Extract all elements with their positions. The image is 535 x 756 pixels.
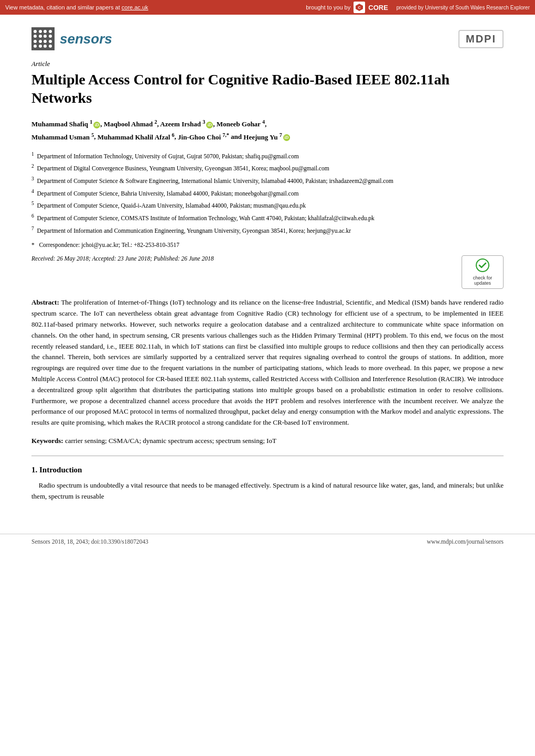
core-logo-icon: C (354, 2, 365, 13)
author-usman: Muhammad Usman 5 (31, 133, 94, 141)
section-1-heading: 1. Introduction (31, 466, 504, 474)
top-banner: View metadata, citation and similar pape… (0, 0, 535, 15)
abstract-label: Abstract: (31, 298, 59, 306)
affil-6: 6 Department of Computer Science, COMSAT… (31, 212, 504, 223)
affil-5: 5 Department of Computer Science, Quaid-… (31, 200, 504, 211)
dates-text: Received: 26 May 2018; Accepted: 23 June… (31, 255, 214, 262)
section-1: 1. Introduction Radio spectrum is undoub… (31, 466, 504, 502)
correspondence: * Correspondence: jchoi@yu.ac.kr; Tel.: … (31, 242, 504, 248)
affil-2: 2 Department of Digital Convergence Busi… (31, 163, 504, 174)
author-azeem: Azeem Irshad 3iD (160, 120, 213, 128)
banner-left-text: View metadata, citation and similar pape… (5, 4, 120, 10)
author-moneeb: Moneeb Gohar 4 (217, 120, 265, 128)
orcid-heejung: iD (283, 134, 290, 141)
orcid-azeem: iD (206, 122, 213, 128)
abstract-section: Abstract: The proliferation of Internet-… (31, 297, 504, 428)
keywords-label: Keywords: (31, 437, 63, 445)
article-label: Article (31, 60, 504, 68)
author-jinghoo: Jin-Ghoo Choi 7,* (178, 133, 229, 141)
provided-text: provided by University of South Wales Re… (397, 5, 530, 10)
banner-right: brought to you by C CORE provided by Uni… (306, 2, 530, 13)
section-1-body: Radio spectrum is undoubtedly a vital re… (31, 480, 504, 502)
banner-left: View metadata, citation and similar pape… (5, 4, 148, 10)
svg-text:C: C (358, 6, 361, 9)
mdpi-logo: MDPI (458, 30, 504, 48)
footer-bar: Sensors 2018, 18, 2043; doi:10.3390/s180… (0, 534, 535, 549)
author-heejung: Heejung Yu 7iD (243, 133, 290, 141)
footer-right: www.mdpi.com/journal/sensors (427, 538, 504, 545)
check-updates-label: check for updates (473, 275, 493, 286)
affiliations: 1 Department of Information Technology, … (31, 150, 504, 235)
affil-1: 1 Department of Information Technology, … (31, 150, 504, 161)
authors: Muhammad Shafiq 1iD, Maqbool Ahmad 2, Az… (31, 117, 504, 143)
orcid-shafiq: iD (93, 122, 100, 128)
sensors-text: sensors (60, 31, 112, 47)
author-maqbool: Maqbool Ahmad 2 (104, 120, 157, 128)
sensors-logo: sensors (31, 27, 112, 50)
affil-3: 3 Department of Computer Science & Softw… (31, 175, 504, 186)
check-updates-badge: check for updates (462, 255, 504, 289)
svg-point-2 (476, 259, 489, 272)
core-label: CORE (368, 4, 388, 12)
check-updates-icon (476, 258, 489, 274)
brought-by-text: brought to you by (306, 4, 350, 10)
affil-4: 4 Department of Computer Science, Bahria… (31, 188, 504, 199)
keywords-section: Keywords: carrier sensing; CSMA/CA; dyna… (31, 437, 504, 445)
dates-row: Received: 26 May 2018; Accepted: 23 June… (31, 255, 504, 289)
author-khalil: Muhammad Khalil Afzal 6 (98, 133, 175, 141)
author-shafiq: Muhammad Shafiq 1iD (31, 120, 100, 128)
keywords-text: carrier sensing; CSMA/CA; dynamic spectr… (65, 437, 276, 445)
affil-7: 7 Department of Information and Communic… (31, 225, 504, 236)
abstract-text: The proliferation of Internet-of-Things … (31, 298, 504, 426)
core-link[interactable]: core.ac.uk (122, 4, 148, 10)
header-logos: sensors MDPI (31, 27, 504, 50)
divider (31, 456, 504, 456)
paper-title: Multiple Access Control for Cognitive Ra… (31, 70, 504, 107)
footer-left: Sensors 2018, 18, 2043; doi:10.3390/s180… (31, 538, 148, 545)
sensors-logo-box (31, 27, 55, 50)
